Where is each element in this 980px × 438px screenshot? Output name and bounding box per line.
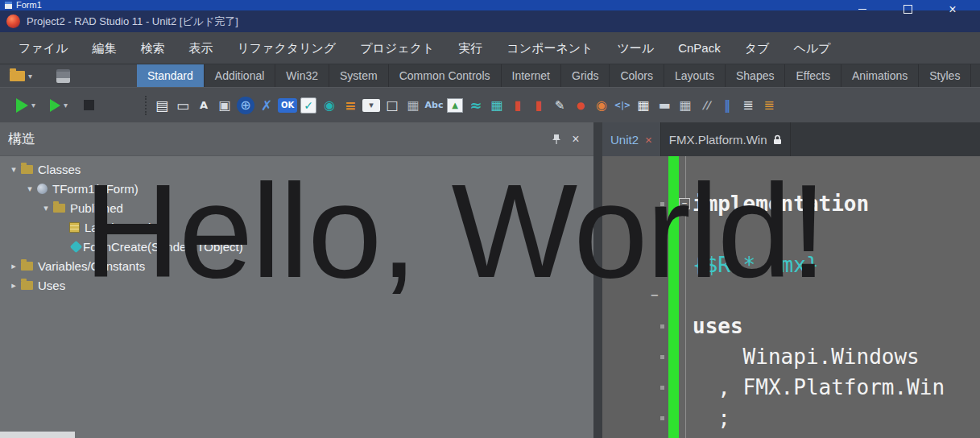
palette-tab-common-controls[interactable]: Common Controls — [389, 64, 502, 87]
palette-tab-effects[interactable]: Effects — [785, 64, 841, 87]
splitter-icon[interactable]: // — [696, 95, 717, 116]
palette-tab-system[interactable]: System — [329, 64, 389, 87]
tab-unit2[interactable]: Unit2 — [602, 122, 661, 156]
palette-tab-layouts[interactable]: Layouts — [664, 64, 726, 87]
palette-tab-colors[interactable]: Colors — [610, 64, 664, 87]
panel-icon[interactable]: □ — [382, 95, 403, 116]
chart-grid-icon[interactable]: ▦ — [486, 95, 507, 116]
menu-edit[interactable]: 編集 — [80, 32, 128, 64]
expander-icon[interactable] — [6, 164, 21, 175]
fold-collapse-icon[interactable] — [679, 198, 690, 209]
tree-item-published[interactable]: Published — [0, 198, 593, 217]
tab-label: Unit2 — [610, 133, 639, 147]
run-without-debug-dropdown-icon[interactable] — [64, 101, 68, 110]
palette-tab-animations[interactable]: Animations — [841, 64, 919, 87]
table-view-icon[interactable]: ▦ — [675, 95, 696, 116]
radio-button-icon[interactable]: ◉ — [319, 95, 340, 116]
code-line[interactable]: uses — [693, 311, 980, 341]
combobox-icon[interactable]: ▾ — [362, 99, 380, 112]
label-abc-icon[interactable]: Abc — [424, 95, 445, 116]
maximize-button[interactable] — [885, 1, 930, 18]
image-icon[interactable]: ▲ — [447, 98, 463, 113]
palette-tab-grids[interactable]: Grids — [561, 64, 610, 87]
checkbox-icon[interactable]: ✓ — [300, 97, 316, 114]
palette-tab-internet[interactable]: Internet — [502, 64, 561, 87]
listbox-icon[interactable]: ≡ — [340, 95, 361, 116]
close-tab-icon[interactable] — [645, 133, 652, 147]
code-line[interactable] — [693, 280, 980, 311]
menu-help[interactable]: ヘルプ — [781, 32, 842, 64]
expander-icon[interactable] — [6, 280, 21, 291]
progress-red-icon[interactable]: ▮ — [507, 95, 528, 116]
tree-item-variables-constants[interactable]: Variables/Constants — [0, 256, 593, 275]
run-dropdown-icon[interactable] — [31, 101, 35, 110]
code-line[interactable]: {$R *.fmx} — [693, 250, 980, 280]
editor-body[interactable]: implementation {$R *.fmx} — [602, 156, 980, 438]
form1-titlebar[interactable]: Form1 — [0, 0, 980, 10]
run-button[interactable] — [16, 98, 28, 113]
minimize-button[interactable] — [840, 1, 885, 18]
tree-item-formcreate[interactable]: FormCreate(Sender: TObject) — [0, 237, 593, 256]
open-file-icon[interactable] — [10, 71, 25, 81]
columns-icon[interactable]: ‖ — [717, 95, 738, 116]
palette-tab-additional[interactable]: Additional — [205, 64, 276, 87]
track-red-icon[interactable]: ▮ — [528, 95, 549, 116]
palette-tab-standard[interactable]: Standard — [137, 64, 205, 87]
menu-run[interactable]: 実行 — [446, 32, 494, 64]
open-dropdown-icon[interactable] — [28, 72, 32, 81]
close-button[interactable] — [930, 1, 975, 18]
expander-icon[interactable] — [23, 184, 37, 194]
main-titlebar[interactable]: Project2 - RAD Studio 11 - Unit2 [ビルド完了] — [0, 10, 980, 32]
tree-item-classes[interactable]: Classes — [0, 159, 593, 179]
tree-item-tform1[interactable]: TForm1(TForm) — [0, 179, 593, 198]
edit-field-icon[interactable]: ▭ — [172, 95, 193, 116]
class-icon — [37, 184, 48, 194]
grid-panel-icon[interactable]: ▦ — [403, 95, 424, 116]
progressbar-icon[interactable]: ▬ — [654, 95, 675, 116]
menu-refactoring[interactable]: リファクタリング — [225, 32, 348, 64]
code-line[interactable]: ; — [693, 403, 980, 433]
layers-icon[interactable]: ▣ — [214, 95, 235, 116]
switch-icon[interactable]: ◉ — [591, 95, 612, 116]
globe-icon[interactable]: ⊕ — [237, 97, 254, 114]
header-grid-icon[interactable]: ▦ — [633, 95, 654, 116]
stop-button[interactable] — [84, 100, 94, 110]
path-icon[interactable]: ≈ — [465, 95, 486, 116]
pin-icon[interactable] — [547, 130, 566, 148]
save-icon[interactable] — [56, 69, 70, 83]
code-line[interactable]: , FMX.Platform.Win — [693, 372, 980, 403]
menu-search[interactable]: 検索 — [128, 32, 176, 64]
form-window-icon[interactable]: ▤ — [151, 95, 172, 116]
label-edit-icon[interactable]: A — [193, 95, 214, 116]
slider-icon[interactable]: ● — [570, 95, 591, 116]
code-line[interactable] — [693, 219, 980, 250]
code-brackets-icon[interactable]: <|> — [612, 95, 633, 116]
blue-x-icon[interactable]: ✗ — [256, 95, 277, 116]
menu-view[interactable]: 表示 — [176, 32, 225, 64]
code-line[interactable]: implementation — [693, 188, 980, 219]
tree-item-uses[interactable]: Uses — [0, 275, 593, 295]
ok-button-icon[interactable]: OK — [278, 98, 297, 113]
menu-tabs[interactable]: タブ — [733, 32, 782, 64]
panel-splitter[interactable] — [593, 122, 602, 438]
palette-tab-win32[interactable]: Win32 — [275, 64, 329, 87]
palette-tab-styles[interactable]: Styles — [919, 64, 971, 87]
edit-note-icon[interactable]: ✎ — [549, 95, 570, 116]
expander-icon[interactable] — [6, 261, 21, 271]
menu-tools[interactable]: ツール — [605, 32, 666, 64]
editor-gutter[interactable] — [602, 156, 668, 438]
menu-project[interactable]: プロジェクト — [348, 32, 446, 64]
expander-icon[interactable] — [39, 203, 53, 213]
tree-item-label1[interactable]: Label1: TLabel — [0, 217, 593, 237]
fold-region-icon[interactable] — [651, 280, 659, 311]
menu-file[interactable]: ファイル — [6, 32, 80, 64]
code-line[interactable]: Winapi.Windows — [693, 341, 980, 372]
menu-component[interactable]: コンポーネント — [494, 32, 605, 64]
close-panel-icon[interactable] — [566, 130, 585, 148]
tab-fmx-platform-win[interactable]: FMX.Platform.Win — [661, 122, 792, 156]
palette-tab-shapes[interactable]: Shapes — [726, 64, 785, 87]
list-view-icon[interactable]: ≣ — [738, 95, 759, 116]
run-without-debug-button[interactable] — [50, 99, 60, 112]
memo-icon[interactable]: ≣ — [759, 95, 779, 116]
menu-cnpack[interactable]: CnPack — [666, 32, 733, 64]
